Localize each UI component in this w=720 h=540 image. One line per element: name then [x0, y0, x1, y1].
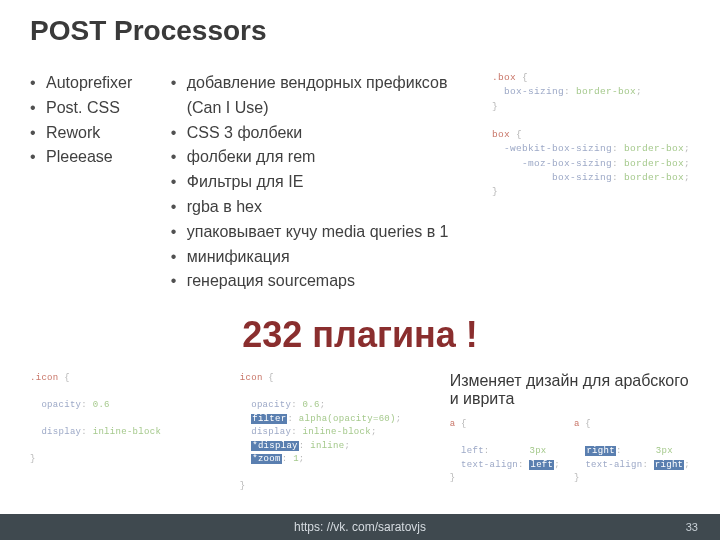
list-item: Фильтры для IE: [171, 170, 470, 195]
rtl-example: Изменяет дизайн для арабского и иврита a…: [450, 372, 690, 494]
list-item: генерация sourcemaps: [171, 269, 470, 294]
list-item: Rework: [30, 121, 149, 146]
slide-title: POST Processors: [30, 15, 690, 47]
list-item: CSS 3 фолбеки: [171, 121, 470, 146]
tools-list: Autoprefixer Post. CSS Rework Pleeease: [30, 71, 149, 294]
list-item: фолбеки для rem: [171, 145, 470, 170]
footer-bar: https: //vk. com/saratovjs 33: [0, 514, 720, 540]
plugins-count: 232 плагина !: [30, 314, 690, 356]
bottom-code-row: .icon { opacity: 0.6 display: inline-blo…: [30, 372, 690, 494]
code-example-right: .box { box-sizing: border-box; } box { -…: [492, 71, 690, 294]
list-item: rgba в hex: [171, 195, 470, 220]
features-list: добавление вендорных префиксов (Can I Us…: [171, 71, 470, 294]
slide: POST Processors Autoprefixer Post. CSS R…: [0, 0, 720, 540]
list-item: Autoprefixer: [30, 71, 149, 96]
list-item: добавление вендорных префиксов (Can I Us…: [171, 71, 470, 121]
top-row: Autoprefixer Post. CSS Rework Pleeease д…: [30, 71, 690, 294]
list-item: упаковывает кучу media queries в 1: [171, 220, 470, 245]
code-example-input: .icon { opacity: 0.6 display: inline-blo…: [30, 372, 224, 494]
page-number: 33: [686, 521, 698, 533]
list-item: Post. CSS: [30, 96, 149, 121]
list-item: Pleeease: [30, 145, 149, 170]
code-example-rtl-out: a { right: 3px text-align: right; }: [574, 418, 690, 486]
list-item: минификация: [171, 245, 470, 270]
footer-link[interactable]: https: //vk. com/saratovjs: [294, 520, 426, 534]
code-example-output: icon { opacity: 0.6; filter: alpha(opaci…: [240, 372, 434, 494]
code-example-rtl-in: a { left: 3px text-align: left; }: [450, 418, 560, 486]
rtl-note: Изменяет дизайн для арабского и иврита: [450, 372, 690, 408]
